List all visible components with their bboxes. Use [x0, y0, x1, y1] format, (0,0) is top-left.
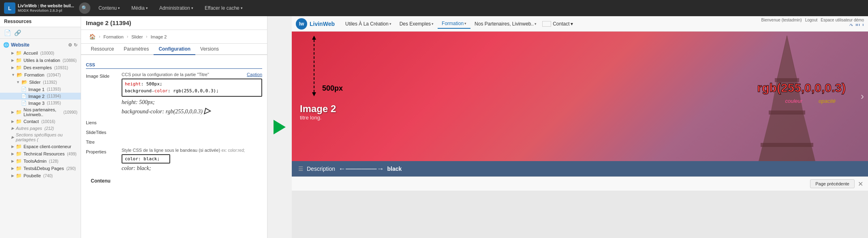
logout-link[interactable]: Logout — [805, 18, 818, 22]
tree-item-label: Sections spécifiques ou partagées ( — [16, 132, 77, 142]
tree-item-image3[interactable]: 📄 Image 3 (11395) — [0, 100, 81, 106]
bienvenue-link[interactable]: Bienvenue (testadmin) — [761, 18, 802, 22]
logo-line2: MODX Revolution 2.8.3-pl — [18, 8, 74, 13]
section-css: CSS — [86, 62, 262, 69]
tri-icon: ▶ — [11, 174, 14, 178]
resources-label: Ressources — [4, 19, 32, 24]
svg-rect-5 — [769, 110, 805, 115]
tri-icon: ▼ — [16, 80, 20, 84]
breadcrumb-image2[interactable]: Image 2 — [148, 33, 170, 40]
config-content: CSS Image Slide CCS pour la configuratio… — [81, 55, 267, 238]
breadcrumb-home[interactable]: 🏠 — [86, 32, 99, 41]
config-row-slidetitles: SlideTitles — [86, 128, 262, 135]
desc-arrow-icon: ←──────→ — [338, 165, 384, 173]
tree-item-image1[interactable]: 📄 Image 1 (11393) — [0, 86, 81, 93]
preview-nav-partenaires[interactable]: Nos Partenaires, Livinweb.. ▾ — [470, 19, 541, 28]
tree-item-poubelle[interactable]: ▶ 📁 Poubelle (740) — [0, 172, 81, 179]
breadcrumb-slider[interactable]: Slider — [128, 33, 146, 40]
tree-item-testsdebug[interactable]: ▶ 📁 Tests&Debug Pages (290) — [0, 165, 81, 172]
desc-menu-icon[interactable]: ☰ — [298, 166, 304, 172]
preview-nav-exemples[interactable]: Des Exemples ▾ — [396, 19, 438, 28]
close-icon[interactable]: ✕ — [858, 180, 863, 188]
code-input-image-slide[interactable]: height: 500px; background-color: rgb(255… — [122, 79, 262, 97]
tree-item-contact[interactable]: ▶ 📁 Contact (10016) — [0, 118, 81, 125]
couleur-label: couleur — [785, 98, 802, 104]
preview-nav-contact[interactable]: Contact ▾ — [553, 21, 573, 27]
search-button[interactable]: 🔍 — [79, 2, 90, 14]
logo-line1: Liv'inWeb : the website buil... — [18, 4, 74, 8]
preview-logo-text: LivinWeb — [310, 21, 335, 27]
preview-topbar: lw LivinWeb Utiles À La Création ▾ Des E… — [292, 16, 868, 32]
preview-nav-utiles[interactable]: Utiles À La Création ▾ — [341, 19, 396, 28]
tree-item-image2[interactable]: 📄 Image 2 (11394) — [0, 93, 81, 100]
content-tabs: Ressource Paramètres Configuration Versi… — [81, 44, 267, 55]
tree-item-accueil[interactable]: ▶ 📁 Accueil (10000) — [0, 49, 81, 57]
tab-parametres[interactable]: Paramètres — [119, 44, 154, 55]
tree-item-label: Image 2 — [28, 94, 45, 99]
config-row-properties: Properties Style CSS de la ligne sous le… — [86, 148, 262, 172]
tab-ressource[interactable]: Ressource — [86, 44, 119, 55]
preview-image-area: Image 2 titre long. 500px rgb(255,0,0,0.… — [292, 32, 868, 161]
image-placeholder-icon — [542, 21, 551, 27]
image-title-overlay: Image 2 titre long. — [300, 103, 336, 121]
tree-item-nos-partenaires[interactable]: ▶ 📁 Nos partenaires, Livinweb.. (10990) — [0, 106, 81, 118]
tree-item-technical[interactable]: ▶ 📁 Technical Resources (499) — [0, 150, 81, 157]
nav-effacer-cache[interactable]: Effacer le cache ▾ — [201, 4, 246, 13]
tree-item-id: (212) — [45, 126, 54, 131]
preview-image-title: Image 2 — [300, 103, 336, 115]
label-slidetitles: SlideTitles — [86, 128, 118, 135]
tree-item-exemples[interactable]: ▶ 📁 Des exemples (10931) — [0, 64, 81, 71]
page-precedente-button[interactable]: Page précédente — [810, 179, 855, 188]
tri-icon: ▶ — [11, 159, 14, 163]
tree-item-id: (11394) — [47, 94, 61, 98]
caption-link[interactable]: Caption — [247, 72, 262, 77]
resources-tab[interactable]: Ressources — [0, 16, 81, 27]
css-color-prop: color — [154, 88, 168, 94]
label-properties: Properties — [86, 148, 118, 154]
tree-item-toolsadmin[interactable]: ▶ 📁 ToolsAdmin (128) — [0, 157, 81, 165]
tree-item-autres[interactable]: ▶ Autres pages (212) — [0, 125, 81, 132]
tree-container: 🌐 Website ⚙ ↻ ▶ 📁 Accueil (10000) ▶ 📁 Ut… — [0, 39, 81, 238]
tree-item-espace-client[interactable]: ▶ 📁 Espace client-conteneur — [0, 143, 81, 150]
tree-item-label: ToolsAdmin — [24, 159, 47, 164]
tree-item-label: Slider — [29, 80, 41, 85]
arrow-container — [267, 16, 292, 238]
link-icon[interactable]: 🔗 — [14, 30, 21, 36]
tree-item-label: Utiles à la création — [24, 58, 60, 63]
refresh-icon[interactable]: ↻ — [74, 42, 77, 48]
next-slide-arrow[interactable]: › — [861, 91, 864, 102]
config-row-image-slide: Image Slide CCS pour la configuration de… — [86, 72, 262, 115]
preview-nav-formation[interactable]: Formation ▾ — [438, 19, 470, 29]
field-desc-image-slide: CCS pour la configuration de la partie "… — [122, 72, 262, 77]
nav-media[interactable]: Média ▾ — [128, 4, 151, 13]
tri-icon: ▼ — [11, 73, 15, 77]
main-layout: Ressources 📄 🔗 🌐 Website ⚙ ↻ ▶ 📁 Accueil… — [0, 16, 868, 238]
tree-item-utiles[interactable]: ▶ 📁 Utiles à la création (10886) — [0, 57, 81, 64]
new-doc-icon[interactable]: 📄 — [4, 30, 11, 36]
espace-utilisateur-link[interactable]: Espace utilisateur démo — [821, 18, 864, 22]
tree-item-formation[interactable]: ▼ 📂 Formation (10947) — [0, 71, 81, 79]
tree-item-id: (128) — [49, 159, 58, 164]
settings-icon[interactable]: ⚙ — [68, 42, 72, 48]
svg-marker-2 — [763, 113, 811, 145]
field-image-slide: CCS pour la configuration de la partie "… — [122, 72, 262, 115]
tab-configuration[interactable]: Configuration — [154, 44, 195, 55]
page-title: Image 2 (11394) — [81, 16, 267, 30]
label-liens: Liens — [86, 119, 118, 125]
website-actions: ⚙ ↻ — [68, 42, 77, 48]
preview-logo-icon: lw — [296, 18, 307, 30]
tree-item-label: Image 3 — [28, 101, 45, 106]
tree-item-slider[interactable]: ▼ 📂 Slider (11392) — [0, 79, 81, 86]
tri-icon: ▶ — [11, 51, 14, 55]
color-input-properties[interactable]: color: black; — [122, 154, 170, 164]
tree-item-id: (10000) — [40, 51, 54, 55]
style-example: ex: color:red; — [221, 148, 245, 153]
nav-administration[interactable]: Administration ▾ — [156, 4, 197, 13]
breadcrumb-formation[interactable]: Formation — [100, 33, 127, 40]
nav-contenu[interactable]: Contenu ▾ — [95, 4, 123, 13]
tab-versions[interactable]: Versions — [195, 44, 224, 55]
tree-item-sections[interactable]: ▶ Sections spécifiques ou partagées ( — [0, 132, 81, 143]
preview-logo: lw LivinWeb — [296, 18, 335, 30]
contenu-title: Contenu — [91, 178, 257, 184]
folder-icon: 📁 — [16, 173, 22, 178]
